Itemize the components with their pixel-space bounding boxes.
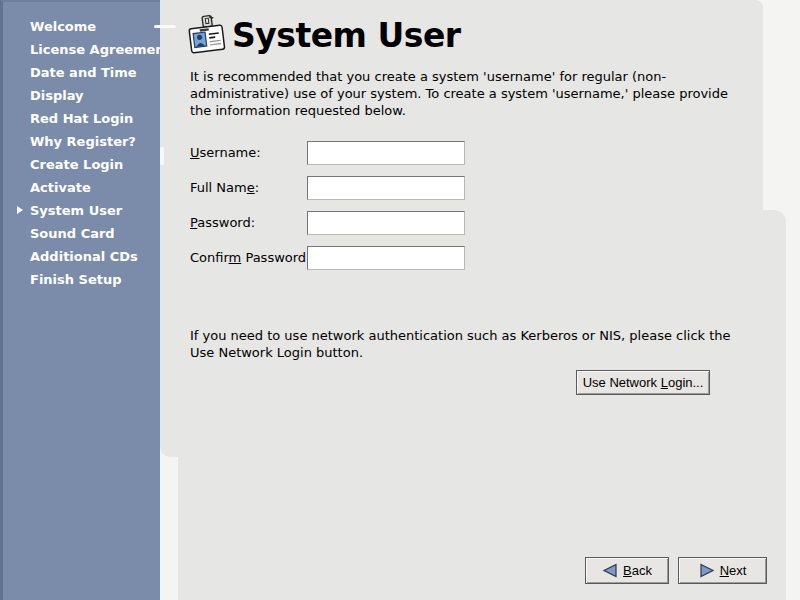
- current-step-arrow-icon: [17, 206, 23, 214]
- sidebar-item-label: Activate: [30, 180, 91, 195]
- panel-edge-tick: [160, 147, 164, 165]
- sidebar-item-label: Additional CDs: [30, 249, 138, 264]
- sidebar-item-label: Display: [30, 88, 84, 103]
- wizard-steps-sidebar: Welcome License Agreement Date and Time …: [0, 0, 160, 600]
- sidebar-item-label: System User: [30, 203, 122, 218]
- sidebar-item-date-and-time[interactable]: Date and Time: [3, 61, 160, 84]
- intro-line: It is recommended that you create a syst…: [190, 68, 710, 85]
- username-input[interactable]: [307, 141, 465, 165]
- sidebar-item-finish-setup[interactable]: Finish Setup: [3, 268, 160, 291]
- intro-line: administrative) use of your system. To c…: [190, 85, 710, 102]
- back-label: Back: [623, 563, 652, 578]
- next-label: Next: [720, 563, 747, 578]
- sidebar-item-label: License Agreement: [30, 42, 171, 57]
- sidebar-item-label: Red Hat Login: [30, 111, 133, 126]
- sidebar-item-activate[interactable]: Activate: [3, 176, 160, 199]
- password-row: Password:: [190, 210, 465, 235]
- username-label: Username:: [190, 145, 307, 160]
- sidebar-item-additional-cds[interactable]: Additional CDs: [3, 245, 160, 268]
- setup-agent-window: Welcome License Agreement Date and Time …: [0, 0, 800, 600]
- sidebar-item-label: Finish Setup: [30, 272, 122, 287]
- confirm-password-label: Confirm Password:: [190, 250, 307, 265]
- network-auth-text: If you need to use network authenticatio…: [190, 327, 730, 361]
- panel-connector-tick: [154, 25, 176, 28]
- sidebar-item-create-login[interactable]: Create Login: [3, 153, 160, 176]
- page-title: System User: [232, 16, 461, 55]
- full-name-label: Full Name:: [190, 180, 307, 195]
- network-auth-line: If you need to use network authenticatio…: [190, 327, 730, 344]
- password-input[interactable]: [307, 211, 465, 235]
- confirm-password-input[interactable]: [307, 246, 465, 270]
- sidebar-item-system-user[interactable]: System User: [3, 199, 160, 222]
- sidebar-item-label: Welcome: [30, 19, 96, 34]
- confirm-password-row: Confirm Password:: [190, 245, 465, 270]
- intro-text: It is recommended that you create a syst…: [190, 68, 710, 119]
- sidebar-item-label: Create Login: [30, 157, 123, 172]
- use-network-login-label: Use Network Login...: [583, 375, 704, 390]
- id-badge-icon: [186, 12, 228, 58]
- username-row: Username:: [190, 140, 465, 165]
- full-name-row: Full Name:: [190, 175, 465, 200]
- sidebar-item-red-hat-login[interactable]: Red Hat Login: [3, 107, 160, 130]
- sidebar-item-sound-card[interactable]: Sound Card: [3, 222, 160, 245]
- sidebar-item-display[interactable]: Display: [3, 84, 160, 107]
- full-name-input[interactable]: [307, 176, 465, 200]
- network-auth-line: Use Network Login button.: [190, 344, 730, 361]
- sidebar-item-license-agreement[interactable]: License Agreement: [3, 38, 160, 61]
- sidebar-item-label: Sound Card: [30, 226, 115, 241]
- content-area: System User It is recommended that you c…: [160, 0, 800, 600]
- next-arrow-icon: [699, 563, 715, 578]
- password-label: Password:: [190, 215, 307, 230]
- use-network-login-button[interactable]: Use Network Login...: [576, 370, 710, 395]
- next-button[interactable]: Next: [678, 557, 767, 584]
- sidebar-item-why-register[interactable]: Why Register?: [3, 130, 160, 153]
- back-arrow-icon: [602, 563, 618, 578]
- sidebar-item-label: Why Register?: [30, 134, 136, 149]
- intro-line: the information requested below.: [190, 102, 710, 119]
- sidebar-item-label: Date and Time: [30, 65, 137, 80]
- back-button[interactable]: Back: [585, 557, 669, 584]
- sidebar-item-welcome[interactable]: Welcome: [3, 15, 160, 38]
